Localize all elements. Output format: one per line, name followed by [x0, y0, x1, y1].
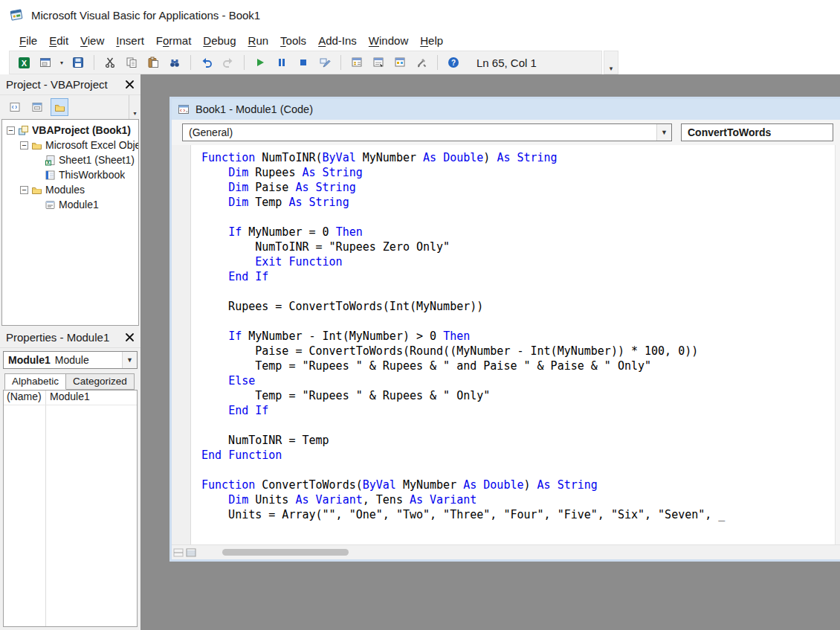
code-window-icon	[178, 103, 190, 115]
chevron-down-icon: ▾	[610, 65, 613, 72]
collapse-icon[interactable]: −	[7, 126, 15, 135]
code-window-titlebar[interactable]: Book1 - Module1 (Code)	[172, 99, 840, 120]
tree-item-modules[interactable]: −Modules	[2, 182, 138, 197]
project-explorer-button[interactable]	[347, 53, 366, 72]
object-browser-icon	[394, 57, 406, 68]
procedure-view-button[interactable]	[172, 547, 184, 559]
tree-item-sheet1-sheet1[interactable]: XSheet1 (Sheet1)	[2, 152, 138, 167]
object-dropdown[interactable]: (General) ▼	[182, 123, 672, 141]
find-icon	[169, 57, 181, 68]
properties-object-selector[interactable]: Module1 Module ▼	[3, 351, 138, 369]
menu-view[interactable]: View	[74, 32, 110, 49]
code-line: Function NumToINR(ByVal MyNumber As Doub…	[201, 150, 835, 165]
tab-categorized[interactable]: Categorized	[65, 373, 135, 390]
undo-button[interactable]	[197, 53, 216, 72]
project-panel-toolbar: ▾	[0, 95, 140, 119]
code-editor[interactable]: Function NumToINR(ByVal MyNumber As Doub…	[191, 145, 835, 544]
toolbar-buttons: X▾?	[14, 53, 463, 72]
toggle-folders-button[interactable]	[51, 98, 68, 116]
collapse-icon[interactable]: −	[20, 141, 28, 150]
save-button[interactable]	[68, 53, 88, 72]
menu-run[interactable]: Run	[242, 32, 275, 49]
code-line	[201, 418, 835, 433]
help-icon: ?	[448, 57, 459, 68]
project-panel-close-button[interactable]	[121, 77, 138, 93]
code-line: Dim Paise As String	[201, 180, 835, 195]
chevron-down-icon[interactable]: ▼	[122, 352, 137, 368]
paste-icon	[147, 57, 159, 68]
code-window: Book1 - Module1 (Code) (General) ▼ Conve…	[169, 97, 840, 562]
run-sub-button[interactable]	[251, 53, 270, 72]
properties-panel-close-button[interactable]	[121, 330, 138, 346]
project-panel-options[interactable]: ▾	[129, 95, 140, 119]
horizontal-scrollbar[interactable]	[197, 545, 840, 559]
menu-edit[interactable]: Edit	[43, 32, 74, 49]
view-code-button[interactable]	[6, 98, 24, 116]
code-line: Paise = ConvertToWords(Round((MyNumber -…	[201, 344, 835, 359]
horizontal-scrollbar-thumb[interactable]	[222, 549, 349, 556]
insert-userform-button[interactable]	[36, 53, 55, 72]
tree-item-label: Module1	[59, 199, 99, 210]
collapse-icon[interactable]: −	[20, 186, 28, 194]
run-icon	[254, 57, 266, 68]
menu-add-ins[interactable]: Add-Ins	[312, 32, 363, 49]
code-line: Rupees = ConvertToWords(Int(MyNumber))	[201, 299, 835, 314]
margin-corner-icon	[173, 548, 184, 557]
reset-button[interactable]	[294, 53, 313, 72]
tree-item-label: VBAProject (Book1)	[32, 124, 131, 136]
tree-item-microsoft-excel-objects[interactable]: −Microsoft Excel Objects	[2, 138, 138, 152]
menu-format[interactable]: Format	[150, 32, 198, 49]
folder-icon	[30, 140, 42, 151]
menu-insert[interactable]: Insert	[110, 32, 150, 49]
close-icon	[125, 80, 135, 89]
tab-alphabetic[interactable]: Alphabetic	[4, 373, 66, 390]
redo-button[interactable]	[219, 53, 238, 72]
help-button[interactable]: ?	[444, 53, 463, 72]
insert-userform-dropdown-arrow[interactable]: ▾	[57, 60, 66, 66]
paste-button[interactable]	[143, 53, 163, 72]
menu-tools[interactable]: Tools	[274, 32, 312, 49]
toolbar-separator	[94, 55, 94, 70]
design-mode-button[interactable]	[315, 53, 335, 72]
view-host-app-button[interactable]: X	[14, 53, 33, 72]
title-bar[interactable]: Microsoft Visual Basic for Applications …	[0, 0, 840, 30]
copy-button[interactable]	[122, 53, 141, 72]
chevron-down-icon: ▾	[133, 110, 136, 117]
view-object-button[interactable]	[28, 98, 46, 116]
vba-application-window: Microsoft Visual Basic for Applications …	[0, 0, 840, 630]
property-row-name[interactable]: (Name)Module1	[4, 390, 137, 405]
project-panel-header: Project - VBAProject	[0, 74, 140, 95]
property-value-cell[interactable]: Module1	[45, 390, 137, 405]
toolbar-separator	[340, 55, 341, 70]
menu-file[interactable]: File	[13, 32, 43, 49]
module-icon	[44, 199, 56, 210]
tree-item-module1[interactable]: Module1	[2, 197, 138, 212]
tree-item-vbaproject-book1[interactable]: −VBAProject (Book1)	[2, 123, 138, 138]
toolbox-button[interactable]	[412, 53, 431, 72]
tree-item-thisworkbook[interactable]: ThisWorkbook	[2, 167, 138, 182]
procedure-dropdown[interactable]: ConvertToWords	[681, 123, 833, 141]
break-button[interactable]	[272, 53, 291, 72]
cut-button[interactable]	[100, 53, 120, 72]
close-icon	[125, 332, 135, 342]
code-window-title: Book1 - Module1 (Code)	[196, 103, 313, 115]
margin-indicator-bar[interactable]	[172, 145, 191, 544]
svg-text:X: X	[21, 58, 27, 67]
properties-window-icon	[372, 57, 384, 68]
object-browser-button[interactable]	[390, 53, 410, 72]
redo-icon	[222, 57, 234, 68]
properties-window-button[interactable]	[369, 53, 388, 72]
find-button[interactable]	[165, 53, 184, 72]
grid-column-divider[interactable]	[45, 390, 46, 626]
code-line: NumToINR = Temp	[201, 433, 835, 448]
code-line: Dim Rupees As String	[201, 165, 835, 180]
vertical-scrollbar[interactable]	[835, 145, 840, 544]
view-object-icon	[31, 101, 43, 113]
menu-window[interactable]: Window	[363, 32, 414, 49]
code-line	[201, 463, 835, 478]
full-module-view-button[interactable]	[184, 547, 197, 559]
menu-debug[interactable]: Debug	[197, 32, 242, 49]
toolbar-overflow-button[interactable]: ▾	[604, 51, 618, 74]
chevron-down-icon[interactable]: ▼	[656, 124, 671, 141]
menu-help[interactable]: Help	[414, 32, 449, 49]
